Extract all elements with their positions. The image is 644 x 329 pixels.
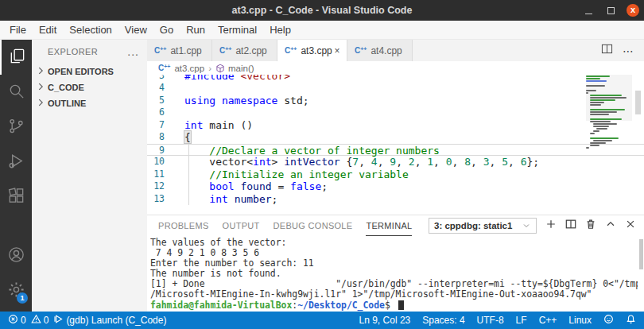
line-number: 9 <box>147 145 165 156</box>
status-encoding[interactable]: UTF-8 <box>477 315 504 326</box>
editor-column: C++at1.cpp C++at2.cpp C++at3.cpp × C++at… <box>147 40 644 312</box>
line-number: 11 <box>147 168 165 181</box>
code-line-10[interactable]: 10 vector<int> intVector {7, 4, 9, 2, 1,… <box>147 156 644 168</box>
activity-explorer[interactable] <box>0 40 32 75</box>
extensions-icon <box>7 187 25 208</box>
line-number: 12 <box>147 180 165 193</box>
panel-tab-bar: PROBLEMSOUTPUTDEBUG CONSOLETERMINAL 3: c… <box>147 215 644 236</box>
debug-icon <box>7 152 25 173</box>
account-icon <box>7 246 25 267</box>
source-control-icon <box>7 117 25 138</box>
breadcrumb: C++ at3.cpp › main() <box>147 61 644 75</box>
prompt-user: fahmida@fahmida-VirtualBox <box>150 300 292 311</box>
minimap[interactable] <box>586 75 632 149</box>
line-number: 5 <box>147 95 165 107</box>
code-line-9[interactable]: 9 //Declare a vector of integer numbers <box>147 144 644 157</box>
status-eol[interactable]: LF <box>516 315 527 326</box>
panel-tab-problems[interactable]: PROBLEMS <box>158 216 209 236</box>
kill-terminal-icon[interactable] <box>585 219 596 233</box>
code-line-8[interactable]: 8 { <box>147 131 644 144</box>
prompt-path: ~/Desktop/C_Code <box>297 300 385 311</box>
menu-item-edit[interactable]: Edit <box>33 21 63 39</box>
cpp-file-icon: C++ <box>285 46 297 55</box>
feedback-icon <box>603 314 614 327</box>
code-editor[interactable]: 3 #include <vector> 4 5 using namespace … <box>147 75 644 215</box>
code-line-11[interactable]: 11 //Initialize an integer variable <box>147 168 644 181</box>
line-number: 3 <box>147 75 165 82</box>
status-platform[interactable]: Linux <box>568 315 592 326</box>
terminal-output[interactable]: The values of the vector: 7 4 9 2 1 0 8 … <box>150 238 638 312</box>
activity-extensions[interactable] <box>0 180 32 215</box>
split-terminal-icon[interactable] <box>565 219 576 233</box>
panel-tab-terminal[interactable]: TERMINAL <box>366 216 412 236</box>
line-number: 13 <box>147 193 165 206</box>
editor-scrollbar[interactable] <box>635 91 641 114</box>
code-line-6[interactable]: 6 <box>147 106 644 119</box>
menu-item-help[interactable]: Help <box>263 21 297 39</box>
new-terminal-icon[interactable] <box>545 219 557 233</box>
menu-item-go[interactable]: Go <box>153 21 180 39</box>
cpp-file-icon: C++ <box>154 46 166 55</box>
activity-account[interactable] <box>0 238 32 273</box>
terminal-prompt: fahmida@fahmida-VirtualBox:~/Desktop/C_C… <box>150 300 638 311</box>
status-notifications[interactable] <box>626 314 636 327</box>
activity-source-control[interactable] <box>0 110 32 145</box>
terminal-scrollbar[interactable] <box>639 239 643 269</box>
activity-run-debug[interactable] <box>0 145 32 180</box>
line-number: 8 <box>147 131 165 144</box>
activity-settings[interactable]: 1 <box>0 273 32 308</box>
status-warnings[interactable]: 0 <box>31 314 49 327</box>
sidebar-section-outline[interactable]: OUTLINE <box>32 95 147 111</box>
terminal-select[interactable]: 3: cppdbg: static1 <box>429 218 537 234</box>
code-line-7[interactable]: 7 int main () <box>147 119 644 132</box>
tab-at3.cpp[interactable]: C++at3.cpp × <box>277 40 347 61</box>
more-actions-icon[interactable]: ⋯ <box>623 45 634 57</box>
explorer-sidebar: EXPLORER ... OPEN EDITORS C_CODE OUTLINE <box>32 40 147 312</box>
search-icon <box>7 82 25 103</box>
maximize-panel-icon[interactable] <box>605 219 616 233</box>
settings-badge: 1 <box>17 292 28 304</box>
breadcrumb-symbol[interactable]: main() <box>215 64 254 73</box>
warning-icon <box>31 314 41 327</box>
activity-search[interactable] <box>0 75 32 110</box>
status-debug-launch[interactable]: (gdb) Launch (C_Code) <box>53 314 166 327</box>
menu-item-view[interactable]: View <box>118 21 153 39</box>
menu-item-file[interactable]: File <box>3 21 33 39</box>
tab-at4.cpp[interactable]: C++at4.cpp <box>347 40 413 61</box>
method-symbol-icon <box>215 64 225 73</box>
menu-item-selection[interactable]: Selection <box>63 21 118 39</box>
breadcrumb-file[interactable]: C++ at3.cpp <box>158 64 204 73</box>
minimize-button[interactable] <box>582 4 595 17</box>
sidebar-more-actions-icon[interactable]: ... <box>127 45 139 58</box>
code-line-4[interactable]: 4 <box>147 82 644 95</box>
menu-item-run[interactable]: Run <box>180 21 211 39</box>
status-errors[interactable]: 0 <box>8 314 26 327</box>
code-line-12[interactable]: 12 bool found = false; <box>147 180 644 193</box>
bottom-panel: PROBLEMSOUTPUTDEBUG CONSOLETERMINAL 3: c… <box>147 215 644 312</box>
cpp-file-icon: C++ <box>219 46 231 55</box>
status-indentation[interactable]: Spaces: 4 <box>422 315 464 326</box>
activity-bar: 1 <box>0 40 32 312</box>
code-line-5[interactable]: 5 using namespace std; <box>147 95 644 107</box>
status-language-mode[interactable]: C++ <box>539 315 557 326</box>
menu-item-terminal[interactable]: Terminal <box>211 21 263 39</box>
status-cursor-position[interactable]: Ln 9, Col 23 <box>359 315 411 326</box>
close-panel-icon[interactable] <box>625 219 636 233</box>
code-line-3[interactable]: 3 #include <vector> <box>147 75 644 82</box>
code-line-13[interactable]: 13 int number; <box>147 193 644 206</box>
line-number: 10 <box>147 156 165 168</box>
line-number: 6 <box>147 106 165 119</box>
panel-tab-output[interactable]: OUTPUT <box>223 216 260 236</box>
sidebar-section-c-code[interactable]: C_CODE <box>32 79 147 95</box>
line-number: 7 <box>147 119 165 132</box>
tab-at2.cpp[interactable]: C++at2.cpp <box>212 40 277 61</box>
tab-at1.cpp[interactable]: C++at1.cpp <box>147 40 212 61</box>
sidebar-section-open-editors[interactable]: OPEN EDITORS <box>32 64 147 79</box>
cpp-file-icon: C++ <box>158 64 170 72</box>
split-editor-icon[interactable] <box>601 43 613 58</box>
panel-tab-debug-console[interactable]: DEBUG CONSOLE <box>274 216 353 236</box>
maximize-button[interactable] <box>604 4 617 17</box>
status-feedback[interactable] <box>603 314 614 327</box>
close-button[interactable]: x <box>627 4 639 17</box>
close-tab-icon[interactable]: × <box>332 45 342 56</box>
